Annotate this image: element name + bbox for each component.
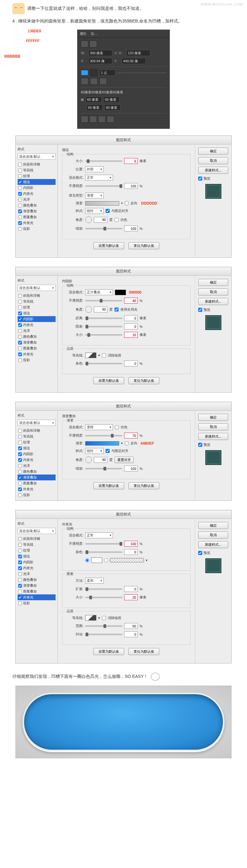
alignlayer-check[interactable]	[106, 209, 110, 213]
color-swatch[interactable]	[115, 290, 126, 295]
color-radio[interactable]	[85, 558, 89, 562]
reset-align-button[interactable]: 重置对齐	[114, 457, 134, 463]
chk-satin[interactable]	[18, 198, 22, 202]
contour-swatch[interactable]	[85, 352, 96, 358]
stroke-cap-icon[interactable]	[90, 78, 98, 85]
choke-slider[interactable]	[85, 326, 122, 327]
preview-check[interactable]	[198, 443, 202, 447]
chk-stroke[interactable]	[18, 180, 22, 184]
chk-coloroverlay[interactable]	[18, 204, 22, 207]
link-radii-icon[interactable]: ⊞	[81, 98, 84, 102]
y-input[interactable]	[122, 58, 146, 64]
angle-dial[interactable]	[85, 456, 92, 463]
antialias-check[interactable]	[102, 353, 106, 358]
chk-gradoverlay[interactable]	[18, 210, 22, 213]
reset-default-button[interactable]: 复位为默认值	[129, 242, 159, 249]
scale-input[interactable]	[124, 466, 138, 471]
distance-input[interactable]	[124, 315, 138, 321]
prop-tab-1[interactable]: 属性	[80, 31, 86, 36]
pathop-1-icon[interactable]	[81, 116, 88, 123]
contour-swatch[interactable]	[85, 615, 96, 621]
chk-innerglow[interactable]	[18, 192, 22, 196]
stroke-align-icon[interactable]	[81, 78, 88, 85]
chk-texture[interactable]	[18, 175, 22, 178]
blend-default-select[interactable]: 混合选项:默认	[18, 285, 56, 291]
chk-dropshadow[interactable]	[18, 227, 22, 231]
angle-input[interactable]	[94, 307, 107, 312]
gradstyle-select[interactable]: 线性	[85, 208, 104, 214]
blend-default-select[interactable]: 混合选项:默认	[18, 528, 56, 534]
stroke-swatch[interactable]	[90, 69, 98, 76]
pathop-2-icon[interactable]	[89, 116, 97, 123]
size-input[interactable]	[124, 594, 138, 600]
cancel-button[interactable]: 取消	[198, 531, 228, 538]
set-default-button[interactable]: 设置为默认值	[93, 648, 124, 655]
preview-check[interactable]	[198, 177, 202, 181]
size-slider[interactable]	[85, 334, 122, 336]
preview-check[interactable]	[198, 308, 202, 312]
fill-swatch[interactable]	[81, 70, 88, 75]
range-input[interactable]	[124, 623, 138, 629]
ok-button[interactable]: 确定	[198, 148, 228, 155]
dither-check[interactable]	[115, 425, 119, 429]
antialias-check[interactable]	[102, 616, 106, 620]
ok-button[interactable]: 确定	[198, 279, 228, 286]
radius-tr-input[interactable]	[104, 96, 119, 103]
filltype-select[interactable]: 渐变	[85, 193, 104, 198]
blend-default-select[interactable]: 混合选项:默认	[18, 153, 56, 160]
newstyle-button[interactable]: 新建样式...	[198, 433, 228, 440]
noise-slider[interactable]	[85, 363, 122, 364]
gradient-preview[interactable]	[85, 441, 119, 445]
scale-input[interactable]	[124, 225, 138, 231]
noise-input[interactable]	[124, 361, 138, 366]
opacity-input[interactable]	[124, 183, 138, 189]
size-input[interactable]	[124, 332, 138, 338]
prop-tab-2[interactable]: 实…	[91, 31, 98, 36]
reset-default-button[interactable]: 复位为默认值	[129, 377, 159, 384]
angle-input[interactable]	[94, 457, 107, 463]
cancel-button[interactable]: 取消	[198, 288, 228, 296]
spread-slider[interactable]	[85, 589, 122, 590]
technique-select[interactable]: 柔和	[85, 578, 104, 584]
opacity-input[interactable]	[124, 298, 138, 304]
x-input[interactable]	[88, 58, 112, 64]
opacity-input[interactable]	[124, 433, 138, 438]
ok-button[interactable]: 确定	[198, 414, 228, 421]
gradient-preview[interactable]	[110, 558, 144, 562]
reset-default-button[interactable]: 复位为默认值	[129, 648, 159, 655]
scale-slider[interactable]	[85, 468, 122, 469]
stroke-join-icon[interactable]	[100, 78, 107, 85]
opacity-slider[interactable]	[85, 435, 122, 436]
ok-button[interactable]: 确定	[198, 522, 228, 529]
shape-icon[interactable]	[81, 41, 88, 48]
choke-input[interactable]	[124, 323, 138, 330]
radius-tl-input[interactable]	[85, 96, 102, 103]
set-default-button[interactable]: 设置为默认值	[93, 242, 124, 249]
color-swatch[interactable]	[91, 557, 102, 563]
size-input[interactable]	[124, 158, 138, 164]
global-light-check[interactable]	[114, 308, 118, 312]
chk-outerglow[interactable]	[18, 221, 22, 225]
size-slider[interactable]	[85, 597, 122, 598]
cancel-button[interactable]: 取消	[198, 423, 228, 430]
size-slider[interactable]	[85, 160, 122, 162]
blend-select[interactable]: 变暗	[85, 424, 113, 430]
set-default-button[interactable]: 设置为默认值	[93, 377, 124, 384]
range-slider[interactable]	[85, 625, 122, 627]
angle-dial[interactable]	[85, 306, 92, 313]
pathop-3-icon[interactable]	[98, 116, 106, 123]
newstyle-button[interactable]: 新建样式...	[198, 541, 228, 548]
reverse-check[interactable]	[125, 441, 129, 445]
chk-bevel[interactable]	[18, 163, 22, 166]
pathop-4-icon[interactable]	[107, 116, 114, 123]
blend-select[interactable]: 正常	[85, 175, 113, 181]
position-select[interactable]: 外部	[85, 166, 104, 172]
jitter-slider[interactable]	[85, 634, 122, 635]
scale-slider[interactable]	[85, 228, 122, 229]
noise-slider[interactable]	[85, 552, 122, 553]
spread-input[interactable]	[124, 586, 138, 592]
cancel-button[interactable]: 取消	[198, 157, 228, 164]
gradient-preview[interactable]	[85, 201, 119, 206]
blend-select[interactable]: 正片叠底	[85, 289, 113, 295]
jitter-input[interactable]	[124, 631, 138, 637]
